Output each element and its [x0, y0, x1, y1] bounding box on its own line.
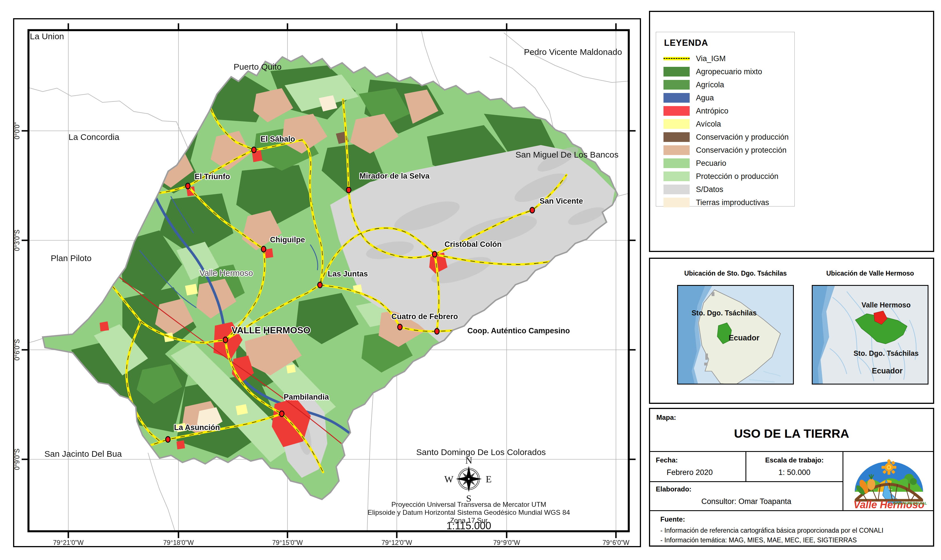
fecha-label: Fecha: [656, 456, 678, 464]
map-sheet: El Sábalo El Triunfo Mirador de la Selva… [0, 0, 941, 560]
fecha-value: Febrero 2020 [666, 468, 713, 477]
town-label-pambilandia: Pambilandia [284, 393, 329, 401]
lat-label-0: 0°0'0" [13, 122, 21, 139]
place-label-la-union: La Union [30, 32, 64, 41]
inset1-label-country: Ecuador [729, 334, 760, 342]
mapa-label: Mapa: [656, 414, 676, 422]
color-swatch [663, 93, 690, 103]
town-label-el-sabalo: El Sábalo [261, 135, 295, 143]
town-label-las-juntas: Las Juntas [328, 269, 368, 278]
place-label-la-concordia: La Concordia [69, 132, 120, 142]
color-swatch [663, 145, 690, 155]
inset1-label-province: Sto. Dgo. Tsáchilas [692, 309, 757, 317]
lon-label-0: 79°21'0"W [53, 539, 84, 546]
town-label-mirador: Mirador de la Selva [359, 172, 430, 180]
legend-item-via: Via_IGM [663, 52, 794, 65]
logo-sun-gear [881, 459, 896, 475]
color-swatch [663, 158, 690, 168]
lat-label-2: 0°6'0"S [13, 339, 21, 360]
legend-item: Conservación y protección [663, 144, 794, 157]
town-label-el-triunfo: El Triunfo [195, 172, 230, 181]
legend-item: Protección o producción [663, 170, 794, 183]
svg-text:N: N [465, 455, 472, 466]
insets-panel: Ubicación de Sto. Dgo. Tsáchilas Ubicaci… [649, 258, 934, 404]
lon-label-3: 79°12'0"W [381, 539, 412, 546]
inset-map-ecuador: Sto. Dgo. Tsáchilas Ecuador [677, 285, 794, 385]
town-label-valle-hermoso: VALLE HERMOSO [232, 325, 310, 335]
color-swatch [663, 80, 690, 89]
place-label-valle-hermoso-area: Valle Hermoso [199, 268, 253, 278]
town-label-san-vicente: San Vicente [540, 197, 583, 205]
town-label-cristobal-colon: Cristóbal Colón [444, 240, 502, 249]
inset-map-province: Valle Hermoso Sto. Dgo. Tsáchilas Ecuado… [812, 285, 929, 385]
legend-item: Agrícola [663, 78, 794, 91]
place-label-plan-piloto: Plan Piloto [51, 254, 91, 263]
fuente-line-2: - Información temática: MAG, MIES, MAE, … [660, 536, 857, 544]
legend-box: LEYENDA Via_IGM Agropecuario mixto Agríc… [656, 32, 795, 206]
lon-label-2: 79°15'0"W [272, 539, 303, 546]
inset-title-parish: Ubicación de Valle Hermoso [803, 269, 937, 277]
map-scale-text: 1:115.000 [446, 520, 491, 532]
color-swatch [663, 106, 690, 116]
legend-item: Conservación y producción [663, 131, 794, 144]
fuente-line-1: - Información de referencia cartográfica… [660, 527, 884, 534]
titleblock-panel: Mapa: USO DE LA TIERRA Fecha: Febrero 20… [649, 408, 934, 547]
legend-item: Agua [663, 91, 794, 105]
inset2-label-province: Sto. Dgo. Tsáchilas [854, 349, 919, 357]
town-label-coop-autentico: Coop. Auténtico Campesino [467, 326, 570, 335]
escala-label: Escala de trabajo: [746, 456, 842, 464]
legend-item: Pecuario [663, 157, 794, 170]
color-swatch [663, 132, 690, 142]
legend-item: Tierras improductivas [663, 196, 794, 209]
color-swatch [663, 185, 690, 194]
lon-label-5: 79°6'0"W [603, 539, 629, 546]
inset2-label-parish: Valle Hermoso [862, 301, 910, 309]
inset-title-province: Ubicación de Sto. Dgo. Tsáchilas [669, 269, 802, 277]
elaborado-label: Elaborado: [656, 485, 691, 493]
legend-panel: LEYENDA Via_IGM Agropecuario mixto Agríc… [649, 11, 934, 252]
legend-item: Antrópico [663, 105, 794, 117]
color-swatch [663, 171, 690, 181]
lon-label-1: 79°18'0"W [163, 539, 194, 546]
legend-item: Agropecuario mixto [663, 65, 794, 78]
escala-value: 1: 50.000 [746, 468, 842, 477]
lon-label-4: 79°9'0"W [493, 539, 520, 546]
place-label-santo-domingo: Santo Domingo De Los Colorados [416, 448, 546, 457]
via-line-swatch [663, 57, 690, 60]
place-label-san-jacinto: San Jacinto Del Bua [45, 449, 122, 458]
projection-line-2: Elipsoide y Datum Horizontal Sistema Geo… [368, 509, 570, 516]
lat-label-3: 0°9'0"S [13, 449, 21, 470]
town-label-la-asuncion: La Asunción [174, 423, 220, 432]
town-label-cuatro-de-febrero: Cuatro de Febrero [391, 312, 458, 321]
svg-text:E: E [486, 474, 492, 485]
gad-logo: Valle Hermoso GAD PARROQUIAL [842, 452, 935, 510]
place-label-pedro-vicente: Pedro Vicente Maldonado [524, 47, 622, 57]
town-label-chiguilpe: Chiguilpe [270, 235, 305, 244]
projection-line-1: Proyección Universal Transversa de Merca… [391, 500, 546, 508]
map-title: USO DE LA TIERRA [650, 427, 933, 440]
color-swatch [663, 119, 690, 129]
svg-text:W: W [444, 474, 454, 485]
legend-item: Avícola [663, 117, 794, 131]
legend-item: S/Datos [663, 183, 794, 196]
inset2-label-country: Ecuador [872, 366, 903, 375]
lat-label-1: 0°3'0"S [13, 229, 21, 251]
logo-sub: GAD PARROQUIAL [893, 501, 927, 505]
elaborado-value: Consultor: Omar Toapanta [650, 497, 842, 506]
legend-title: LEYENDA [664, 38, 794, 48]
color-swatch [663, 67, 690, 77]
place-label-puerto-quito: Puerto Quito [234, 62, 281, 71]
color-swatch [663, 198, 690, 207]
place-label-san-miguel: San Miguel De Los Bancos [515, 150, 619, 159]
fuente-label: Fuente: [660, 515, 685, 523]
